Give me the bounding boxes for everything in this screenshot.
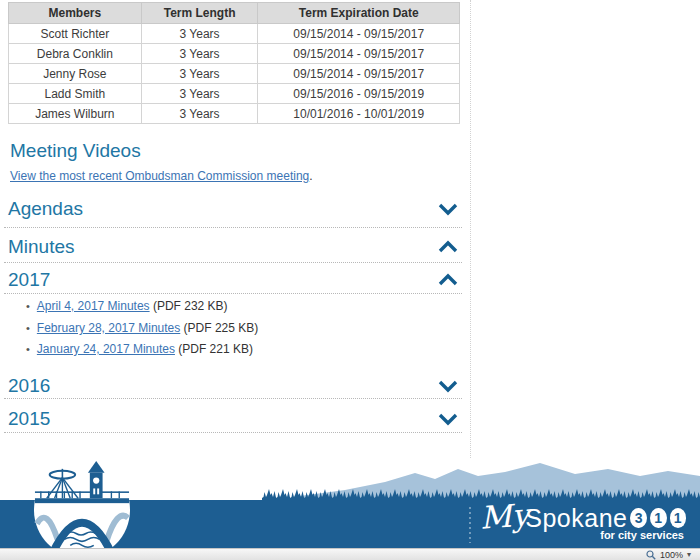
content-divider [470, 0, 471, 458]
term-expiration: 10/01/2016 - 10/01/2019 [258, 104, 460, 124]
list-item: •February 28, 2017 Minutes (PDF 225 KB) [26, 321, 258, 335]
zoom-control[interactable]: 100% ▾ [646, 550, 691, 560]
accordion-title: 2017 [8, 269, 50, 291]
table-row: Debra Conklin 3 Years 09/15/2014 - 09/15… [9, 44, 460, 64]
accordion-agendas[interactable]: Agendas [8, 197, 460, 221]
member-name: Ladd Smith [9, 84, 142, 104]
term-expiration: 09/15/2014 - 09/15/2017 [258, 44, 460, 64]
chevron-up-icon[interactable] [438, 273, 458, 287]
minutes-pdf-link[interactable]: January 24, 2017 Minutes [37, 342, 175, 356]
list-item: •January 24, 2017 Minutes (PDF 221 KB) [26, 342, 253, 356]
table-row: James Wilburn 3 Years 10/01/2016 - 10/01… [9, 104, 460, 124]
bullet-icon: • [26, 300, 30, 312]
file-meta: (PDF 225 KB) [180, 321, 258, 335]
file-meta: (PDF 221 KB) [175, 342, 253, 356]
digit-badge: 1 [670, 508, 687, 528]
term-expiration: 09/15/2014 - 09/15/2017 [258, 24, 460, 44]
table-row: Jenny Rose 3 Years 09/15/2014 - 09/15/20… [9, 64, 460, 84]
brand-spokane: Spokane [525, 506, 627, 531]
page: Members Term Length Term Expiration Date… [0, 0, 700, 560]
term-length: 3 Years [141, 104, 258, 124]
members-table: Members Term Length Term Expiration Date… [8, 2, 460, 124]
accordion-title: Minutes [8, 236, 75, 258]
list-item: •April 4, 2017 Minutes (PDF 232 KB) [26, 299, 228, 313]
accordion-title: 2015 [8, 408, 50, 430]
brand-tagline: for city services [600, 529, 684, 541]
chevron-down-icon[interactable] [438, 412, 458, 426]
meeting-videos-heading: Meeting Videos [10, 140, 141, 162]
accordion-title: Agendas [8, 198, 83, 220]
accordion-2016[interactable]: 2016 [8, 374, 460, 398]
table-header-row: Members Term Length Term Expiration Date [9, 3, 460, 24]
col-header-members: Members [9, 3, 142, 24]
bridge-logo [33, 461, 131, 559]
section-divider [4, 432, 462, 433]
footer: My Spokane 3 1 1 for city services 100% … [0, 460, 700, 560]
term-length: 3 Years [141, 84, 258, 104]
accordion-2017[interactable]: 2017 [8, 268, 460, 292]
chevron-down-icon[interactable] [438, 202, 458, 216]
term-expiration: 09/15/2016 - 09/15/2019 [258, 84, 460, 104]
brand-my: My [479, 499, 530, 533]
member-name: James Wilburn [9, 104, 142, 124]
term-expiration: 09/15/2014 - 09/15/2017 [258, 64, 460, 84]
minutes-pdf-link[interactable]: April 4, 2017 Minutes [37, 299, 150, 313]
section-divider [4, 293, 462, 294]
section-divider [4, 262, 462, 263]
accordion-2015[interactable]: 2015 [8, 407, 460, 431]
member-name: Jenny Rose [9, 64, 142, 84]
minutes-pdf-link[interactable]: February 28, 2017 Minutes [37, 321, 180, 335]
magnifier-icon [646, 550, 656, 560]
member-name: Scott Richter [9, 24, 142, 44]
accordion-minutes[interactable]: Minutes [8, 235, 460, 259]
digit-badge: 3 [630, 508, 647, 528]
recent-meeting-link[interactable]: View the most recent Ombudsman Commissio… [10, 169, 309, 183]
digit-badge: 1 [650, 508, 667, 528]
chevron-up-icon[interactable] [438, 240, 458, 254]
myspokane-311-logo: My Spokane 3 1 1 for city services [480, 501, 686, 541]
table-row: Ladd Smith 3 Years 09/15/2016 - 09/15/20… [9, 84, 460, 104]
chevron-down-icon[interactable] [438, 379, 458, 393]
term-length: 3 Years [141, 64, 258, 84]
table-row: Scott Richter 3 Years 09/15/2014 - 09/15… [9, 24, 460, 44]
member-name: Debra Conklin [9, 44, 142, 64]
col-header-term-length: Term Length [141, 3, 258, 24]
term-length: 3 Years [141, 24, 258, 44]
link-suffix: . [309, 169, 312, 183]
bullet-icon: • [26, 322, 30, 334]
browser-status-bar: 100% ▾ [0, 548, 700, 560]
term-length: 3 Years [141, 44, 258, 64]
bullet-icon: • [26, 343, 30, 355]
section-divider [4, 227, 462, 228]
zoom-dropdown-caret: ▾ [687, 551, 691, 559]
file-meta: (PDF 232 KB) [150, 299, 228, 313]
zoom-level: 100% [660, 550, 683, 560]
col-header-term-expiration: Term Expiration Date [258, 3, 460, 24]
section-divider [4, 398, 462, 399]
accordion-title: 2016 [8, 375, 50, 397]
meeting-videos-line: View the most recent Ombudsman Commissio… [10, 169, 313, 183]
